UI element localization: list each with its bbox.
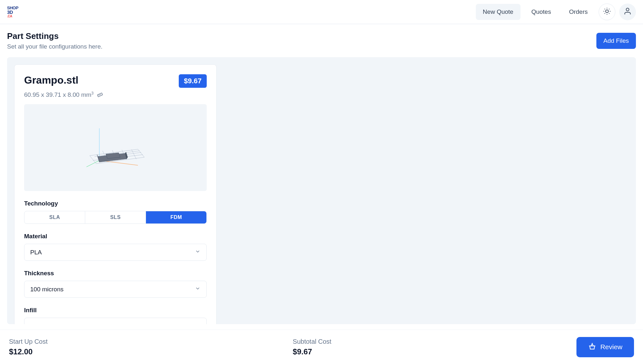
user-profile-button[interactable] xyxy=(619,4,636,20)
chevron-down-icon xyxy=(195,323,201,324)
add-files-button[interactable]: Add Files xyxy=(596,33,636,49)
svg-line-13 xyxy=(100,94,101,95)
app-header: SHOP 3D .CA New Quote Quotes Orders xyxy=(0,0,643,24)
thickness-label: Thickness xyxy=(24,270,207,277)
nav-new-quote[interactable]: New Quote xyxy=(476,4,521,20)
infill-select[interactable]: 20% xyxy=(24,318,207,324)
part-price-badge: $9.67 xyxy=(179,74,207,88)
technology-option-fdm[interactable]: FDM xyxy=(146,211,206,223)
user-icon xyxy=(623,7,632,17)
model-render-icon xyxy=(74,119,157,177)
page-header: Part Settings Set all your file configur… xyxy=(0,24,643,57)
subtotal-cost-label: Subtotal Cost xyxy=(293,338,331,345)
technology-option-sla[interactable]: SLA xyxy=(24,211,85,223)
startup-cost-value: $12.00 xyxy=(9,347,48,356)
dimensions-text: 60.95 x 39.71 x 8.00 mm3 xyxy=(24,91,94,98)
thickness-value: 100 microns xyxy=(30,286,64,293)
parts-container: Grampo.stl $9.67 60.95 x 39.71 x 8.00 mm… xyxy=(7,57,636,324)
review-button[interactable]: Review xyxy=(576,337,634,357)
sun-icon xyxy=(603,7,611,17)
nav-orders[interactable]: Orders xyxy=(562,4,595,20)
svg-line-12 xyxy=(99,94,100,95)
svg-line-24 xyxy=(131,150,136,159)
ruler-icon xyxy=(97,92,103,98)
svg-line-3 xyxy=(604,9,605,9)
svg-line-11 xyxy=(98,95,99,96)
dimensions-row: 60.95 x 39.71 x 8.00 mm3 xyxy=(24,91,207,98)
material-label: Material xyxy=(24,233,207,240)
material-select[interactable]: PLA xyxy=(24,244,207,261)
subtotal-cost-value: $9.67 xyxy=(293,347,331,356)
startup-cost-label: Start Up Cost xyxy=(9,338,48,345)
technology-option-sls[interactable]: SLS xyxy=(85,211,146,223)
logo-text-bot: .CA xyxy=(7,15,12,18)
thickness-select[interactable]: 100 microns xyxy=(24,281,207,298)
infill-value: 20% xyxy=(30,323,42,324)
technology-label: Technology xyxy=(24,200,207,207)
startup-cost-block: Start Up Cost $12.00 xyxy=(9,338,48,356)
logo-text-mid: 3D xyxy=(7,10,13,14)
theme-toggle-button[interactable] xyxy=(599,4,615,20)
svg-point-0 xyxy=(606,10,609,13)
part-card: Grampo.stl $9.67 60.95 x 39.71 x 8.00 mm… xyxy=(14,64,217,324)
svg-point-9 xyxy=(626,8,629,11)
page-title: Part Settings xyxy=(7,31,103,41)
header-nav: New Quote Quotes Orders xyxy=(476,4,636,20)
material-value: PLA xyxy=(30,249,42,256)
svg-line-16 xyxy=(86,160,99,167)
nav-quotes[interactable]: Quotes xyxy=(524,4,558,20)
brand-logo[interactable]: SHOP 3D .CA xyxy=(7,5,21,19)
chevron-down-icon xyxy=(195,249,201,256)
svg-line-7 xyxy=(604,13,605,14)
subtotal-cost-block: Subtotal Cost $9.67 xyxy=(293,338,331,356)
svg-line-4 xyxy=(609,13,610,14)
infill-label: Infill xyxy=(24,307,207,314)
footer-bar: Start Up Cost $12.00 Subtotal Cost $9.67… xyxy=(0,330,643,364)
file-name: Grampo.stl xyxy=(24,74,78,86)
technology-segmented: SLA SLS FDM xyxy=(24,211,207,224)
svg-line-8 xyxy=(609,9,610,9)
model-preview[interactable] xyxy=(24,104,207,191)
review-button-label: Review xyxy=(600,343,622,351)
basket-icon xyxy=(588,342,596,352)
page-subtitle: Set all your file configurations here. xyxy=(7,43,103,50)
chevron-down-icon xyxy=(195,286,201,293)
